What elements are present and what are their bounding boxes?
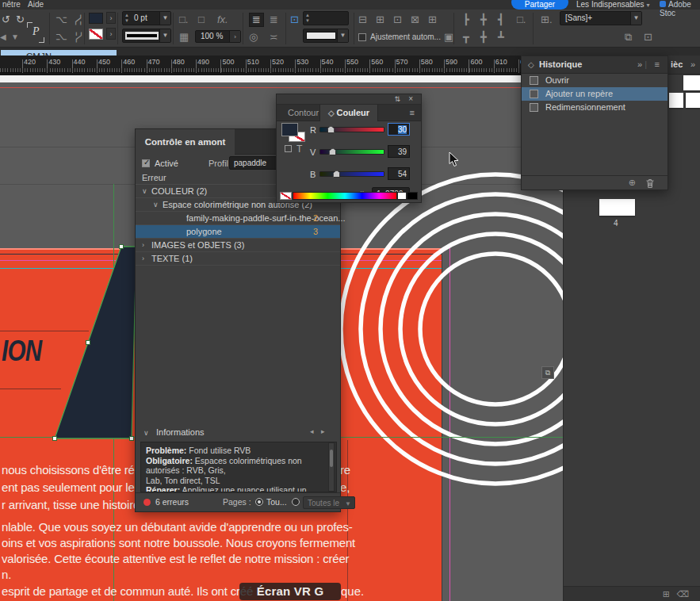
- adobe-stock-search[interactable]: Adobe Stoc: [660, 0, 700, 17]
- child-down-icon[interactable]: ⌥: [55, 32, 67, 43]
- page-thumbnail[interactable]: [683, 75, 700, 90]
- history-panel-header[interactable]: ◇ Historique » | ≡: [522, 56, 667, 74]
- share-button[interactable]: Partager: [511, 0, 568, 10]
- new-page-icon[interactable]: ⊞: [663, 589, 670, 599]
- chevron-down-icon[interactable]: ▼: [337, 29, 348, 42]
- stroke-weight-field[interactable]: ▲▼ 0 pt ▼: [122, 11, 171, 25]
- fit-center-icon[interactable]: ⊡: [393, 14, 402, 25]
- none-color-swatch[interactable]: [280, 192, 292, 200]
- panel-menu-icon[interactable]: ≡: [410, 108, 415, 117]
- fill-proxy-swatch[interactable]: [281, 123, 298, 136]
- fit-frame-icon[interactable]: ⊞: [376, 14, 384, 25]
- fit-content-icon[interactable]: ⊟: [358, 14, 367, 25]
- page-thumbnail-4[interactable]: [599, 199, 635, 216]
- text-wrap-bound-icon[interactable]: ≣: [270, 14, 278, 25]
- error-tree-row[interactable]: family-making-paddle-surf-in-the-ocean..…: [136, 212, 340, 225]
- text-wrap-none-icon[interactable]: ≣: [249, 13, 264, 27]
- menu-window[interactable]: nêtre: [2, 0, 21, 9]
- color-spectrum-bar[interactable]: [293, 192, 397, 200]
- fill-dropdown-button[interactable]: ›: [106, 12, 116, 24]
- all-pages-radio[interactable]: [255, 498, 263, 506]
- panel-menu-icon[interactable]: ≡: [655, 59, 660, 69]
- selection-handle[interactable]: [119, 244, 124, 249]
- chevron-down-icon[interactable]: ∨: [153, 198, 159, 212]
- channel-slider-track[interactable]: [319, 171, 384, 177]
- history-item[interactable]: Ouvrir: [522, 74, 667, 87]
- sibling-icon[interactable]: ⌥: [73, 14, 84, 26]
- stroke-color-swatch[interactable]: [89, 29, 103, 40]
- page-range-dropdown[interactable]: Toutes le ▼: [303, 496, 355, 509]
- chevron-down-icon[interactable]: ∨: [142, 185, 147, 198]
- selection-handle[interactable]: [129, 436, 134, 441]
- stepper-icon[interactable]: ▲▼: [305, 13, 310, 24]
- page-range-radio[interactable]: [292, 498, 300, 506]
- channel-value-field[interactable]: 54: [388, 167, 410, 180]
- fill-color-swatch[interactable]: [89, 13, 103, 24]
- distribute-icon[interactable]: □.: [517, 14, 526, 25]
- paragraph-3[interactable]: esprit de partage et de commun auté. Ils…: [2, 584, 253, 598]
- wrap-object-icon[interactable]: ◎: [249, 32, 258, 43]
- error-tree-row[interactable]: polygone3: [136, 225, 340, 239]
- chevron-down-icon[interactable]: ▼: [159, 29, 170, 42]
- chevron-right-icon[interactable]: ›: [142, 239, 144, 252]
- prev-arrow-icon[interactable]: ◂: [310, 427, 314, 435]
- align-middle-icon[interactable]: ╋: [480, 32, 487, 43]
- chevron-right-icon[interactable]: ›: [229, 31, 240, 42]
- flip-icon[interactable]: ▼: [11, 32, 19, 43]
- next-arrow-icon[interactable]: ▸: [321, 427, 325, 435]
- align-right-icon[interactable]: ┫: [498, 14, 504, 25]
- align-center-icon[interactable]: ╋: [480, 14, 487, 25]
- white-swatch[interactable]: [397, 192, 407, 200]
- sibling2-icon[interactable]: ⌥: [73, 32, 84, 44]
- color-panel-titlebar[interactable]: ⇅ ×: [277, 94, 421, 105]
- selection-handle[interactable]: [86, 340, 90, 345]
- chevron-down-icon[interactable]: ▼: [630, 12, 641, 25]
- scrollbar-thumb[interactable]: [330, 450, 333, 467]
- frame-icon[interactable]: □: [198, 14, 205, 25]
- close-icon[interactable]: ×: [408, 94, 413, 103]
- info-scrollbar[interactable]: [328, 442, 335, 492]
- panel-cycle-icon[interactable]: ◇: [528, 60, 534, 69]
- opacity-icon[interactable]: ▦: [179, 32, 189, 43]
- selection-handle[interactable]: [52, 436, 57, 441]
- stroke-dropdown-button[interactable]: ›: [106, 28, 116, 40]
- workspace-switcher[interactable]: Les Indispensables ▾: [576, 0, 649, 9]
- autofit-checkbox[interactable]: [358, 33, 366, 41]
- stroke-style-field[interactable]: ▼: [122, 29, 171, 43]
- wrap-jump-icon[interactable]: ≍: [270, 32, 278, 43]
- redo-icon[interactable]: ↻: [16, 14, 25, 25]
- chevron-down-icon[interactable]: ▼: [159, 12, 170, 25]
- enabled-checkbox[interactable]: ✓: [142, 159, 150, 167]
- parent-up-icon[interactable]: ⌥: [55, 14, 67, 25]
- break-link-icon[interactable]: ⊡: [644, 32, 652, 43]
- swatch-dropdown-field[interactable]: ▼: [303, 29, 349, 43]
- prev-icon[interactable]: ◀: [0, 32, 6, 43]
- chevron-right-icon[interactable]: ›: [142, 252, 144, 266]
- fit-fill-icon[interactable]: ⊞: [428, 14, 437, 25]
- page-tool-icon[interactable]: ⧉: [541, 366, 554, 379]
- fit-options-icon[interactable]: ▣: [444, 32, 453, 43]
- object-style-dropdown[interactable]: [Sans]+ ▼: [560, 11, 642, 25]
- object-style-icon[interactable]: ⊞.: [541, 14, 553, 25]
- align-top-icon[interactable]: ┳: [463, 32, 469, 43]
- channel-value-field[interactable]: 39: [388, 145, 410, 158]
- history-item[interactable]: Redimensionnement: [522, 101, 667, 114]
- trash-icon[interactable]: ⌫: [676, 589, 689, 599]
- collapse-icon[interactable]: »: [690, 59, 695, 69]
- black-swatch[interactable]: [407, 192, 418, 200]
- paragraph-tool-icon[interactable]: P: [27, 22, 44, 43]
- info-text-box[interactable]: Problème: Fond utilise RVBObligatoire: E…: [140, 442, 337, 492]
- align-left-icon[interactable]: ┣: [463, 14, 469, 25]
- error-tree-row[interactable]: ›IMAGES et OBJETS (3): [136, 239, 340, 252]
- position-field[interactable]: ▲▼: [303, 11, 349, 25]
- undo-icon[interactable]: ↺: [2, 14, 10, 25]
- select-container-icon[interactable]: ⊡: [290, 14, 299, 25]
- menu-help[interactable]: Aide: [28, 0, 44, 9]
- headline-text[interactable]: ION: [2, 335, 41, 368]
- collapse-icon[interactable]: »: [637, 59, 642, 69]
- history-item[interactable]: Ajouter un repère: [522, 87, 667, 101]
- align-bottom-icon[interactable]: ┻: [498, 32, 504, 43]
- fit-proportional-icon[interactable]: ⊠: [411, 14, 419, 25]
- channel-value-field[interactable]: 30: [388, 123, 410, 136]
- preflight-tab[interactable]: Contrôle en amont: [136, 129, 235, 155]
